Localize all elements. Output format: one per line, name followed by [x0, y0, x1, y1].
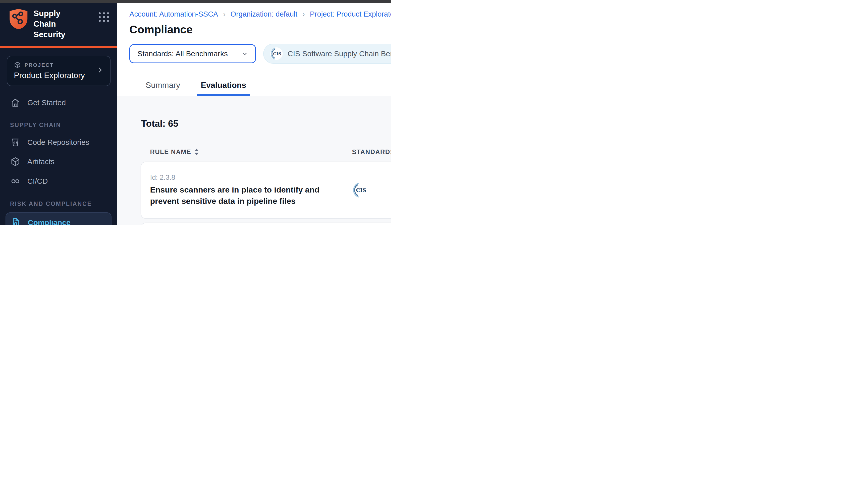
rule-name-cell: Id: 2.3.8 Ensure scanners are in place t…	[150, 173, 346, 207]
project-label-row: PROJECT	[14, 61, 103, 69]
chevron-separator: ›	[223, 10, 226, 18]
table-row[interactable]: Id: 2.4.2 Ensure all external dependenci…	[141, 223, 391, 225]
app-logo-shield-icon	[9, 8, 28, 32]
chevron-separator: ›	[302, 10, 305, 18]
sidebar-item-label: Compliance	[28, 218, 71, 225]
rule-id: Id: 2.3.8	[150, 173, 346, 182]
breadcrumb-project[interactable]: Project: Product Exploratory	[310, 10, 391, 18]
project-box-icon	[14, 61, 21, 69]
total-count: Total: 65	[141, 119, 178, 129]
sidebar-section-supply-chain: SUPPLY CHAIN	[0, 112, 117, 132]
tab-bar: Summary Evaluations	[117, 73, 391, 96]
project-label: PROJECT	[24, 62, 54, 68]
sidebar-item-artifacts[interactable]: Artifacts	[0, 152, 117, 171]
sidebar: Supply Chain Security PROJECT Product Ex…	[0, 0, 117, 224]
breadcrumb-organization[interactable]: Organization: default	[231, 10, 297, 18]
home-icon	[10, 97, 21, 108]
page-title: Compliance	[129, 23, 391, 36]
project-selector[interactable]: PROJECT Product Exploratory	[7, 56, 110, 86]
table-header-row: RULE NAME STANDARDS SEVERITY EVALUATIONS…	[141, 133, 391, 162]
tab-summary[interactable]: Summary	[146, 81, 180, 96]
sidebar-item-cicd[interactable]: CI/CD	[0, 171, 117, 191]
svg-text:CIS: CIS	[356, 187, 366, 193]
project-name: Product Exploratory	[14, 71, 103, 80]
sidebar-item-code-repositories[interactable]: Code Repositories	[0, 133, 117, 152]
sidebar-item-label: Code Repositories	[27, 138, 89, 147]
sort-icon[interactable]	[195, 149, 199, 155]
sidebar-item-compliance[interactable]: Compliance	[5, 212, 111, 224]
window-top-edge	[0, 0, 391, 3]
chip-cis-benchmark[interactable]: CIS CIS Software Supply Chain Benchmarks…	[263, 44, 391, 64]
cis-logo-icon: CIS	[352, 182, 369, 198]
rule-name: Ensure scanners are in place to identify…	[150, 184, 346, 207]
app-switcher-grid-icon[interactable]	[99, 12, 109, 22]
chip-cis-label: CIS Software Supply Chain Benchmarks 1.0	[288, 49, 391, 58]
cis-logo-icon: CIS	[270, 47, 283, 60]
brand-accent-bar	[0, 46, 117, 48]
tab-evaluations[interactable]: Evaluations	[201, 81, 246, 96]
infinity-icon	[10, 176, 21, 186]
artifact-box-icon	[10, 156, 21, 167]
standards-dropdown-label: Standards: All Benchmarks	[137, 49, 228, 58]
app-title: Supply Chain Security	[33, 8, 82, 40]
sidebar-item-label: Artifacts	[27, 157, 55, 166]
page-header: Account: Automation-SSCA › Organization:…	[117, 3, 391, 36]
sidebar-section-risk: RISK AND COMPLIANCE	[0, 191, 117, 211]
column-standards: STANDARDS	[346, 148, 391, 156]
table-row[interactable]: Id: 2.3.8 Ensure scanners are in place t…	[141, 162, 391, 218]
sidebar-nav: Get Started SUPPLY CHAIN Code Repositori…	[0, 88, 117, 224]
main-content: Account: Automation-SSCA › Organization:…	[117, 3, 391, 224]
compliance-doc-icon	[11, 217, 21, 224]
sidebar-item-get-started[interactable]: Get Started	[0, 93, 117, 112]
table-controls: Total: 65 Status Severity Applicable On	[141, 114, 391, 133]
code-repository-icon	[10, 137, 21, 148]
column-rule-name[interactable]: RULE NAME	[150, 148, 346, 156]
app-root: Supply Chain Security PROJECT Product Ex…	[0, 0, 391, 224]
evaluations-panel: Total: 65 Status Severity Applicable On	[117, 96, 391, 224]
rules-table-body: Id: 2.3.8 Ensure scanners are in place t…	[141, 162, 391, 224]
standards-filter-row: Standards: All Benchmarks CIS CIS Softwa…	[117, 36, 391, 73]
standards-dropdown[interactable]: Standards: All Benchmarks	[129, 44, 256, 63]
breadcrumb-account[interactable]: Account: Automation-SSCA	[129, 10, 218, 18]
breadcrumb: Account: Automation-SSCA › Organization:…	[129, 10, 391, 18]
sidebar-item-label: Get Started	[27, 98, 66, 107]
sidebar-item-label: CI/CD	[27, 177, 48, 185]
sidebar-header: Supply Chain Security	[0, 0, 117, 46]
standards-cell: CIS	[346, 182, 391, 198]
chevron-down-icon	[241, 50, 249, 58]
chevron-right-icon	[96, 66, 104, 76]
svg-text:CIS: CIS	[273, 51, 281, 56]
